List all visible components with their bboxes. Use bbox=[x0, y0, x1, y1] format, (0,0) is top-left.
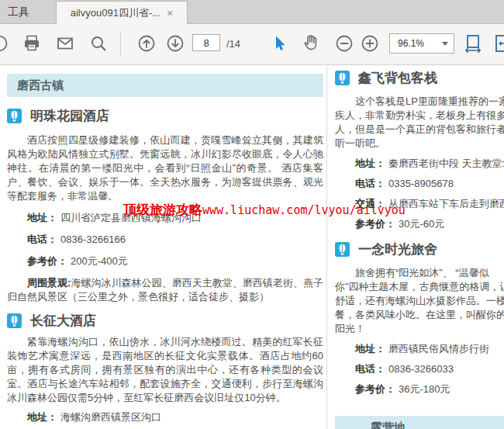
detail-value: 四川省泸定县磨西镇海螺沟沟口 bbox=[60, 212, 202, 223]
description-line: 这个客栈是LP里面隆重推荐的一家， bbox=[335, 95, 504, 109]
hotel-heading: 一念时光旅舍 bbox=[335, 240, 504, 258]
detail-value: 从磨西车站下车后走到磨西老 bbox=[388, 198, 504, 209]
hotel-description: 这个客栈是LP里面隆重推荐的一家， 疾人，非常勤劳朴实，老板身上有很多传 人，但… bbox=[335, 95, 504, 150]
hotel-description: 旅舍拥有“阳光如沐”、 “温馨似 你”四种主题木屋，古典惬意的格调，让 舒适，还… bbox=[335, 266, 504, 336]
left-column: 磨西古镇 明珠花园酒店 酒店按照四星级修建装修，依山而建，贡嘎雪峰耸立其侧，其建… bbox=[7, 74, 323, 429]
scenery-row: 周围景观:海螺沟冰川森林公园、磨西天主教堂、磨西镇老街、燕子归自然风景区（三公里… bbox=[7, 276, 323, 304]
fit-page-icon[interactable] bbox=[493, 33, 504, 54]
detail-row: 地址：秦磨西老街中段 天主教堂北 bbox=[335, 157, 504, 171]
hotel-name: 鑫飞背包客栈 bbox=[358, 69, 437, 87]
detail-label: 参考价： bbox=[355, 218, 395, 230]
detail-row: 参考价：30元-60元 bbox=[335, 217, 504, 231]
detail-value: 秦磨西老街中段 天主教堂北 bbox=[388, 157, 504, 169]
detail-row: 地址：磨西镇民俗风情步行街 bbox=[335, 342, 504, 356]
select-cursor-icon[interactable] bbox=[268, 33, 288, 54]
description-line: 人，但是是一个真正的背包客和旅行者， bbox=[335, 123, 504, 137]
pdf-page-view[interactable]: 顶级旅游攻略www.liuchaw.com/lvyou/ailvyou 磨西古镇… bbox=[0, 65, 504, 429]
hotel-heading: 明珠花园酒店 bbox=[7, 107, 323, 125]
scenery-label: 周围景观: bbox=[27, 277, 71, 289]
detail-value: 0836-3266033 bbox=[388, 363, 454, 375]
description-line: 听一听吧。 bbox=[335, 137, 504, 150]
detail-label: 地址： bbox=[27, 212, 57, 223]
right-column: 鑫飞背包客栈 这个客栈是LP里面隆重推荐的一家， 疾人，非常勤劳朴实，老板身上有… bbox=[335, 69, 504, 396]
balloon-icon bbox=[7, 109, 22, 123]
hotel-heading: 鑫飞背包客栈 bbox=[335, 69, 504, 87]
description-line: 舒适，还有海螺沟山水摄影作品。一楼餐 bbox=[335, 294, 504, 308]
detail-row: 电话：0836-3266166 bbox=[7, 233, 323, 247]
detail-label: 地址： bbox=[27, 411, 57, 423]
section-header-bottom: 露营地 bbox=[335, 416, 504, 429]
hotel-heading: 长征大酒店 bbox=[7, 312, 323, 330]
clipped-share-icon[interactable] bbox=[0, 33, 9, 54]
detail-row: 交通：从磨西车站下车后走到磨西老 bbox=[335, 197, 504, 211]
description-line: 餐，各类风味小吃。在这里，叫醒你的不 bbox=[335, 308, 504, 322]
page-count-label: /14 bbox=[226, 38, 240, 50]
description-line: 你”四种主题木屋，古典惬意的格调，让 bbox=[335, 280, 504, 294]
column-divider bbox=[326, 65, 327, 429]
toolbar: /14 96.1% bbox=[0, 23, 504, 65]
detail-label: 电话： bbox=[355, 178, 385, 189]
chevron-down-icon bbox=[442, 42, 448, 46]
detail-value: 30元-60元 bbox=[399, 218, 444, 230]
detail-value: 36元-180元 bbox=[399, 383, 450, 395]
pdf-reader-window: 工具 ailvyou091四川省-... × bbox=[0, 0, 504, 429]
detail-value: 0335-8905678 bbox=[388, 178, 454, 189]
description-line: 疾人，非常勤劳朴实，老板身上有很多传 bbox=[335, 109, 504, 123]
previous-page-icon[interactable] bbox=[136, 33, 157, 54]
next-page-icon[interactable] bbox=[165, 33, 185, 54]
search-icon[interactable] bbox=[88, 33, 109, 54]
zoom-out-icon[interactable] bbox=[334, 33, 354, 54]
detail-value: 0836-3266166 bbox=[60, 234, 126, 245]
hotel-name: 一念时光旅舍 bbox=[358, 240, 437, 258]
detail-row: 电话：0836-3266033 bbox=[335, 362, 504, 376]
detail-label: 交通： bbox=[355, 198, 385, 209]
detail-row: 地址：四川省泸定县磨西镇海螺沟沟口 bbox=[7, 211, 323, 225]
zoom-level-dropdown[interactable]: 96.1% bbox=[389, 33, 454, 54]
balloon-icon bbox=[7, 313, 22, 328]
balloon-icon bbox=[335, 71, 350, 85]
tab-document[interactable]: ailvyou091四川省-... × bbox=[56, 1, 188, 24]
tab-strip: 工具 ailvyou091四川省-... × bbox=[0, 0, 504, 24]
detail-row: 电话：0335-8905678 bbox=[335, 177, 504, 191]
balloon-icon bbox=[335, 242, 350, 257]
detail-label: 电话： bbox=[355, 363, 385, 375]
section-header: 磨西古镇 bbox=[7, 74, 323, 97]
detail-row: 参考价：200元-400元 bbox=[7, 254, 323, 268]
close-icon[interactable]: × bbox=[167, 8, 173, 19]
detail-row: 地址：海螺沟磨西镇景区沟口 bbox=[7, 410, 323, 424]
toolbar-divider bbox=[120, 33, 121, 56]
print-icon[interactable] bbox=[22, 33, 42, 54]
email-icon[interactable] bbox=[55, 33, 75, 54]
hotel-name: 明珠花园酒店 bbox=[30, 107, 109, 125]
detail-value: 200元-400元 bbox=[71, 255, 128, 267]
fit-width-icon[interactable] bbox=[463, 33, 483, 54]
tab-document-title: ailvyou091四川省-... bbox=[71, 6, 161, 20]
detail-label: 参考价： bbox=[27, 255, 67, 267]
description-line: 阳光！ bbox=[335, 322, 504, 336]
detail-value: 磨西镇民俗风情步行街 bbox=[388, 343, 489, 355]
tab-tools[interactable]: 工具 bbox=[0, 0, 40, 23]
zoom-in-icon[interactable] bbox=[360, 33, 380, 54]
hand-pan-icon[interactable] bbox=[301, 33, 321, 54]
zoom-level-value: 96.1% bbox=[390, 38, 442, 49]
hotel-description: 酒店按照四星级修建装修，依山而建，贡嘎雪峰耸立其侧，其建筑风格为欧陆风情独立式别… bbox=[7, 133, 323, 203]
detail-label: 地址： bbox=[355, 343, 385, 355]
hotel-description: 紧靠海螺沟沟口，依山傍水，冰川河水绕楼而过。精美的红军长征装饰艺术寓意深远，是西… bbox=[7, 335, 323, 405]
detail-label: 参考价： bbox=[355, 383, 395, 395]
page-number-input[interactable] bbox=[192, 34, 220, 51]
detail-label: 地址： bbox=[355, 157, 385, 169]
detail-label: 电话： bbox=[27, 234, 57, 245]
detail-row: 参考价：36元-180元 bbox=[335, 382, 504, 396]
description-line: 旅舍拥有“阳光如沐”、 “温馨似 bbox=[335, 266, 504, 280]
hotel-name: 长征大酒店 bbox=[30, 312, 96, 330]
detail-value: 海螺沟磨西镇景区沟口 bbox=[60, 411, 161, 423]
